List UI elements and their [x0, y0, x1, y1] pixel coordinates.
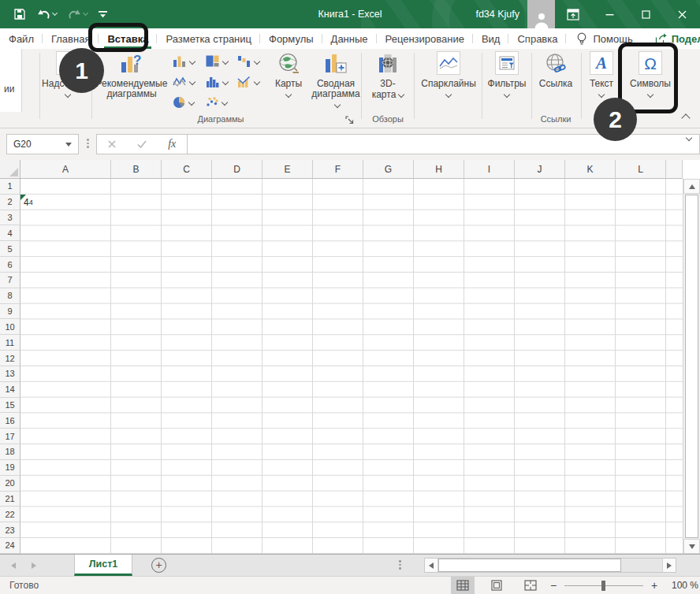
row-header-22[interactable]: 22 [0, 507, 20, 522]
column-header-F[interactable]: F [313, 160, 363, 179]
row-header-19[interactable]: 19 [0, 460, 20, 476]
minimize-button[interactable] [591, 0, 627, 28]
grid-column-B[interactable] [111, 179, 162, 554]
insert-hierarchy-chart-button[interactable] [206, 55, 228, 67]
scroll-right-button[interactable] [662, 559, 676, 572]
column-header-A[interactable]: A [20, 160, 111, 179]
row-header-8[interactable]: 8 [0, 288, 20, 304]
tab-scrollbar-splitter[interactable] [399, 560, 401, 570]
customize-qat-button[interactable] [93, 3, 113, 25]
row-header-11[interactable]: 11 [0, 335, 20, 351]
column-header-K[interactable]: K [565, 160, 616, 179]
horizontal-scroll-track[interactable] [621, 559, 662, 572]
row-header-4[interactable]: 4 [0, 225, 20, 241]
row-header-24[interactable]: 24 [0, 538, 20, 554]
column-header-G[interactable]: G [363, 160, 414, 179]
account-user-name[interactable]: fd34 Kjufy [475, 9, 519, 20]
insert-function-button[interactable]: fx [168, 138, 176, 150]
column-header-I[interactable]: I [464, 160, 515, 179]
cell-A2[interactable]: 44 [20, 195, 111, 210]
row-header-1[interactable]: 1 [0, 179, 20, 195]
row-header-17[interactable]: 17 [0, 429, 20, 444]
column-header-J[interactable]: J [515, 160, 565, 179]
select-all-corner[interactable] [0, 160, 20, 179]
insert-waterfall-chart-button[interactable] [237, 55, 259, 67]
next-sheet-button[interactable] [32, 562, 36, 569]
save-button[interactable] [8, 3, 32, 25]
tab-file[interactable]: Файл [0, 28, 43, 49]
zoom-slider-track[interactable] [564, 585, 643, 586]
horizontal-scroll-thumb[interactable] [438, 559, 621, 572]
maximize-button[interactable] [627, 0, 664, 28]
row-header-15[interactable]: 15 [0, 398, 20, 414]
row-header-23[interactable]: 23 [0, 522, 20, 538]
row-header-5[interactable]: 5 [0, 241, 20, 257]
row-header-13[interactable]: 13 [0, 366, 20, 382]
row-header-14[interactable]: 14 [0, 382, 20, 398]
name-box[interactable]: G20 [6, 134, 79, 154]
zoom-out-button[interactable]: − [547, 579, 560, 592]
grid-column-C[interactable] [162, 179, 212, 554]
name-box-dropdown-icon[interactable] [65, 143, 72, 147]
row-header-10[interactable]: 10 [0, 319, 20, 335]
row-header-7[interactable]: 7 [0, 273, 20, 288]
previous-sheet-button[interactable] [11, 562, 16, 569]
insert-statistic-chart-button[interactable] [206, 76, 228, 87]
insert-line-chart-button[interactable] [173, 76, 195, 87]
vertical-scrollbar[interactable] [683, 179, 700, 554]
charts-dialog-launcher[interactable] [345, 113, 354, 128]
grid-column-F[interactable] [313, 179, 363, 554]
row-header-9[interactable]: 9 [0, 304, 20, 320]
formula-bar-grip[interactable] [87, 139, 89, 148]
column-header-D[interactable]: D [212, 160, 262, 179]
column-header-H[interactable]: H [414, 160, 464, 179]
column-header-L[interactable]: L [616, 160, 666, 179]
grid-column-J[interactable] [515, 179, 565, 554]
scroll-left-button[interactable] [425, 559, 438, 572]
cancel-entry-button[interactable] [108, 137, 116, 151]
tab-formulas[interactable]: Формулы [260, 28, 322, 49]
text-button[interactable]: A Текст [583, 51, 620, 97]
row-header-2[interactable]: 2 [0, 195, 20, 210]
ribbon-display-options-button[interactable] [555, 0, 591, 28]
zoom-in-button[interactable]: + [648, 579, 661, 592]
zoom-level[interactable]: 100 % [672, 580, 698, 591]
grid-column-A[interactable] [20, 179, 111, 554]
column-header-C[interactable]: C [162, 160, 212, 179]
scroll-down-button[interactable] [683, 539, 700, 554]
row-header-18[interactable]: 18 [0, 444, 20, 460]
grid-column-G[interactable] [363, 179, 414, 554]
page-break-view-button[interactable] [519, 577, 542, 594]
undo-button[interactable] [32, 3, 62, 25]
insert-combo-chart-button[interactable] [237, 76, 259, 87]
link-button[interactable]: Ссылка [533, 51, 579, 89]
insert-scatter-chart-button[interactable] [206, 96, 227, 108]
maps-button[interactable]: Карты [268, 51, 309, 97]
page-layout-view-button[interactable] [485, 577, 508, 594]
column-header-E[interactable]: E [262, 160, 313, 179]
avatar[interactable] [527, 0, 555, 28]
row-header-20[interactable]: 20 [0, 476, 20, 492]
insert-pie-chart-button[interactable] [173, 96, 194, 109]
tab-data[interactable]: Данные [322, 28, 377, 49]
normal-view-button[interactable] [451, 577, 475, 594]
scroll-up-button[interactable] [683, 179, 700, 194]
row-header-21[interactable]: 21 [0, 492, 20, 507]
grid-column-K[interactable] [565, 179, 616, 554]
confirm-entry-button[interactable] [137, 137, 147, 151]
zoom-slider-handle[interactable] [601, 581, 605, 591]
row-header-3[interactable]: 3 [0, 210, 20, 226]
new-sheet-button[interactable] [151, 558, 166, 573]
tab-page-layout[interactable]: Разметка страниц [157, 28, 260, 49]
sheet-tab-active[interactable]: Лист1 [74, 555, 132, 576]
row-header-16[interactable]: 16 [0, 413, 20, 429]
grid-column-H[interactable] [414, 179, 464, 554]
grid-column-L[interactable] [616, 179, 666, 554]
map-3d-button[interactable]: 3D- карта [364, 51, 411, 100]
redo-button[interactable] [62, 3, 93, 25]
column-header-partial[interactable] [666, 160, 683, 179]
vertical-scroll-thumb[interactable] [685, 195, 698, 538]
collapse-ribbon-chevron[interactable] [681, 113, 690, 122]
cells-area[interactable]: 44 [20, 179, 683, 554]
grid-column-I[interactable] [464, 179, 515, 554]
